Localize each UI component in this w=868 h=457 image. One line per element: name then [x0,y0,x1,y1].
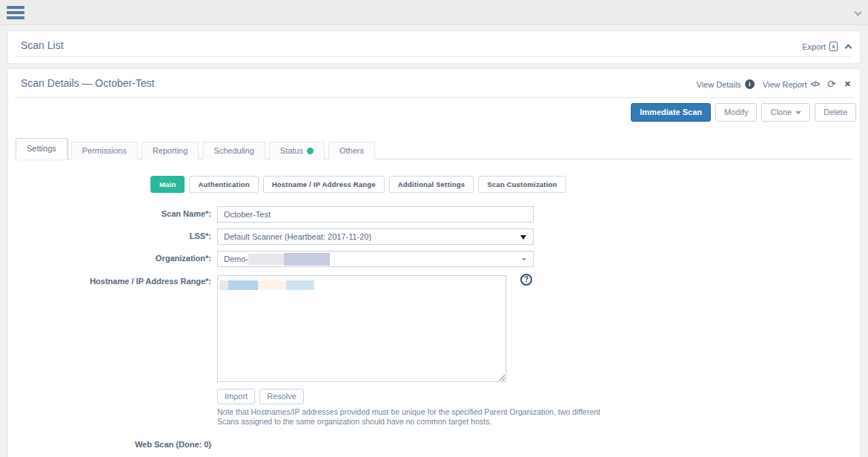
help-icon[interactable]: ? [520,274,532,286]
redacted-content [219,280,314,290]
hostname-range-label: Hostname / IP Address Range*: [8,277,211,286]
tab-status[interactable]: Status [269,142,325,160]
clone-dropdown-button[interactable]: Clone [761,103,810,122]
subtab-authentication[interactable]: Authentication [189,176,258,193]
panel-title-separator [16,97,852,98]
redacted-text [286,280,314,290]
tab-settings[interactable]: Settings [16,138,67,160]
export-link[interactable]: Export x [802,42,838,51]
lss-selected-value: Default Scanner (Heartbeat: 2017-11-20) [224,232,371,241]
info-icon: i [745,79,755,89]
tab-label: Scheduling [213,146,254,155]
textarea-resize-handle[interactable] [498,374,505,381]
organization-select[interactable]: Demo- [217,251,534,267]
view-report-link[interactable]: View Report </> [763,80,819,89]
tab-label: Permissions [82,146,127,155]
note-line-1: Note that Hostnames/IP addresses provide… [217,407,600,417]
tab-permissions[interactable]: Permissions [71,142,138,160]
redacted-text [219,280,228,290]
settings-subnav: Main Authentication Hostname / IP Addres… [150,176,566,193]
export-excel-icon: x [829,42,838,51]
hamburger-bar [7,11,24,14]
hamburger-bar [7,6,24,9]
view-details-label: View Details [697,80,741,89]
scan-details-panel: Scan Details — October-Test View Details… [7,68,861,457]
page: { "colors": { "accent_green": "#26b99a",… [0,0,868,457]
scan-name-input[interactable] [217,206,534,223]
tab-label: Settings [27,144,56,153]
delete-button[interactable]: Delete [815,103,856,122]
tab-others[interactable]: Others [328,142,375,160]
menu-toggle-icon[interactable] [7,6,24,19]
top-navbar [0,0,868,25]
scan-action-buttons: Immediate Scan Modify Clone Delete [631,103,856,122]
status-dot [307,148,314,154]
subtab-main[interactable]: Main [150,176,185,193]
select-arrow-icon [520,235,526,240]
subtab-additional-settings[interactable]: Additional Settings [389,176,474,193]
clone-label: Clone [770,108,792,116]
organization-selected-value: Demo- [224,254,248,263]
redacted-text [248,254,284,265]
subtab-hostname-ip-range[interactable]: Hostname / IP Address Range [263,176,385,193]
tab-scheduling[interactable]: Scheduling [202,142,265,160]
tab-label: Reporting [153,146,188,155]
modify-button[interactable]: Modify [715,103,757,122]
view-details-link[interactable]: View Details i [697,79,755,89]
immediate-scan-button[interactable]: Immediate Scan [631,103,711,122]
note-line-2: Scans assigned to the same organization … [217,417,600,427]
code-icon: </> [811,80,819,88]
scan-list-tools: Export x [802,42,851,51]
organization-label: Organization*: [8,254,211,263]
select-caret-icon [522,258,526,261]
hostname-range-textarea[interactable] [217,275,506,382]
scan-list-panel: Scan List Export x [7,30,861,64]
chevron-down-icon[interactable] [855,9,862,16]
close-panel-icon[interactable]: ✕ [844,79,851,89]
export-label: Export [802,42,826,51]
hamburger-bar [7,16,24,19]
hostname-buttons: Import Resolve [217,389,304,404]
refresh-icon[interactable]: ⟳ [827,79,836,89]
collapse-panel-icon[interactable] [845,44,852,51]
redacted-text [284,253,330,266]
scan-details-title: Scan Details — October-Test [21,77,155,89]
scan-name-label: Scan Name*: [8,209,211,218]
caret-down-icon [795,111,801,114]
hostname-note: Note that Hostnames/IP addresses provide… [217,407,600,427]
resolve-button[interactable]: Resolve [259,389,304,404]
tab-label: Status [280,146,303,155]
scan-list-title: Scan List [21,39,64,51]
redacted-text [228,280,258,290]
web-scan-label: Web Scan (Done: 0) [8,440,211,449]
view-report-label: View Report [763,80,807,89]
panel-title-separator [16,56,852,57]
tab-reporting[interactable]: Reporting [142,142,199,160]
subtab-scan-customization[interactable]: Scan Customization [478,176,566,193]
tab-label: Others [339,146,364,155]
import-button[interactable]: Import [217,389,255,404]
scan-details-tabbar: Settings Permissions Reporting Schedulin… [16,138,852,160]
lss-select[interactable]: Default Scanner (Heartbeat: 2017-11-20) [217,228,534,245]
lss-label: LSS*: [8,231,211,240]
scan-details-tools: View Details i View Report </> ⟳ ✕ [697,79,851,89]
redacted-text [258,280,286,290]
